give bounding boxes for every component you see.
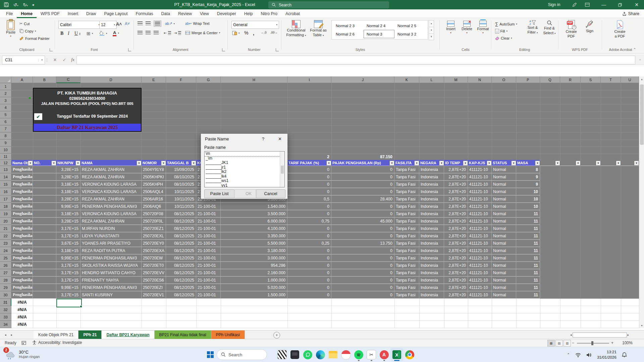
normal-view-button[interactable]: ▦ [547, 340, 555, 347]
cell-I13[interactable]: 0 [287, 166, 331, 173]
cell-N16[interactable]: 411121-10 [468, 188, 492, 195]
filter-icon[interactable]: ▼ [634, 161, 639, 166]
confirm-entry-icon[interactable]: ✓ [60, 56, 68, 64]
cell-E16[interactable]: 2506AIQL4 [142, 188, 166, 195]
percent-style-button[interactable]: % [244, 30, 248, 36]
font-dialog-launcher[interactable] [128, 48, 131, 51]
cell-J27[interactable]: 0 [331, 269, 394, 277]
column-letter-B[interactable]: B [33, 76, 56, 83]
filter-icon[interactable]: ▼ [389, 161, 394, 166]
cell-D20[interactable]: REZA AKMAL ZAHRAN [80, 218, 142, 225]
cell-G23[interactable]: 21-100-01 [196, 240, 221, 247]
cell-H19[interactable]: 3.500.000 [221, 210, 287, 218]
vertical-scrollbar[interactable]: ▲ ▼ [639, 76, 644, 328]
align-right-button[interactable] [154, 31, 159, 35]
cell-I23[interactable]: 0,25 [287, 240, 331, 247]
taskbar-icon-excel[interactable]: X [390, 348, 403, 361]
row-number-26[interactable]: 26 [0, 262, 11, 269]
cell-P24[interactable]: 11 [516, 247, 540, 254]
row-number-15[interactable]: 15 [0, 181, 11, 188]
cell-M26[interactable]: 2,87E+20 [444, 262, 468, 269]
filter-icon[interactable]: ▼ [576, 161, 581, 166]
cell-M23[interactable]: 2,87E+20 [444, 240, 468, 247]
cell-F27[interactable]: 08/12/2025 [166, 269, 196, 277]
cell-L15[interactable]: Indonesia [419, 181, 444, 188]
zoom-slider-thumb[interactable] [591, 341, 593, 345]
paste-name-item[interactable]: \m [205, 152, 280, 156]
filter-icon[interactable]: ▼ [51, 161, 56, 166]
sheet-tab-kode-objek-pph-21[interactable]: Kode Objek PPh 21 [34, 330, 78, 339]
cell-B29[interactable] [33, 284, 56, 291]
menu-tab-review[interactable]: Review [174, 9, 196, 18]
styles-gallery-scroll[interactable]: ▴ ▾ ▾̱ [429, 20, 434, 40]
cell-D22[interactable]: LIDYA YUNASTANTI [80, 232, 142, 240]
dialog-close-icon[interactable]: ✕ [278, 136, 282, 141]
cell-A29[interactable]: Penghasilan yang diter [11, 284, 33, 291]
taskbar-icon-spotify[interactable] [352, 348, 365, 361]
column-letter-G[interactable]: G [196, 76, 221, 83]
cell-N23[interactable]: 411121-10 [468, 240, 492, 247]
column-header-I[interactable]: TARIF PAJAK (%) [287, 160, 331, 166]
ribbon-display-icon[interactable] [581, 0, 593, 9]
taskbar-icon-anydesk[interactable]: A [378, 348, 390, 361]
filter-icon[interactable]: ▼ [191, 161, 196, 166]
cell-M14[interactable]: 2,87E+20 [444, 173, 468, 181]
insert-function-icon[interactable]: fx [69, 56, 76, 64]
cell-M28[interactable]: 2,87E+20 [444, 277, 468, 284]
redo-icon[interactable]: ↻▾ [23, 2, 28, 7]
taskbar-icon-whatsapp[interactable] [301, 348, 314, 361]
cell-O24[interactable]: Normal [492, 247, 516, 254]
cell-F21[interactable]: 08/12/2025 [166, 225, 196, 232]
cell-H26[interactable]: 954.286 [221, 262, 287, 269]
titlebar-search[interactable]: Search [268, 1, 389, 8]
sheet-nav-arrows[interactable]: ◂▸ [5, 330, 12, 339]
cell-F30[interactable]: 08/12/2025 [166, 291, 196, 299]
cell-A19[interactable]: Penghasilan yang diter [11, 210, 33, 218]
cell-M25[interactable]: 2,87E+20 [444, 254, 468, 262]
cell-H23[interactable]: 5.500.000 [221, 240, 287, 247]
cell-C18[interactable]: 9,99E+15 [56, 203, 80, 210]
cell-C27[interactable]: 3,17E+15 [56, 269, 80, 277]
align-top-button[interactable] [138, 21, 143, 25]
cell-E20[interactable]: 250720F0L [142, 218, 166, 225]
cell-C26[interactable]: 3,17E+15 [56, 262, 80, 269]
row-number-17[interactable]: 17 [0, 195, 11, 203]
cell-H18[interactable]: 1.540.000 [221, 203, 287, 210]
row-number-5[interactable]: 5 [0, 111, 11, 118]
paste-name-item[interactable]: _______JK1 [205, 161, 280, 165]
sign-in-button[interactable]: Sign in [543, 0, 565, 9]
cell-B24[interactable] [33, 247, 56, 254]
font-family-select[interactable]: Calibri▾ [58, 21, 101, 29]
delete-cells-button[interactable]: ✕ Delete▾ [460, 21, 474, 35]
name-box-dropdown-icon[interactable]: ▾ [38, 59, 45, 61]
notification-bell-icon[interactable] [622, 352, 627, 358]
row-number-33[interactable]: 33 [0, 313, 11, 321]
cell-B30[interactable] [33, 291, 56, 299]
paste-button[interactable]: Paste▾ [3, 20, 18, 38]
cell-B16[interactable] [33, 188, 56, 195]
macro-record-icon[interactable] [21, 341, 26, 345]
cell-P13[interactable]: 8 [516, 166, 540, 173]
cell-G29[interactable]: 21-100-01 [196, 284, 221, 291]
taskbar-icon-edge[interactable] [314, 348, 327, 361]
cell-E23[interactable]: 250720EY0 [142, 240, 166, 247]
find-select-button[interactable]: Find &Select ▾ [541, 20, 557, 36]
cancel-entry-icon[interactable]: ✕ [51, 56, 59, 64]
cell-D18[interactable]: PENERIMA PENGHASILAN#3 [80, 203, 142, 210]
column-letter-D[interactable]: D [80, 76, 142, 83]
column-letter-R[interactable]: R [560, 76, 581, 83]
menu-tab-draw[interactable]: Draw [82, 9, 100, 18]
cell-O30[interactable]: Normal [492, 291, 516, 299]
cell-E30[interactable]: 250720EV1 [142, 291, 166, 299]
wrap-text-button[interactable]: ab↩Wrap Text [185, 21, 210, 25]
cell-O25[interactable]: Normal [492, 254, 516, 262]
cell-A25[interactable]: Penghasilan yang diter [11, 254, 33, 262]
row-number-21[interactable]: 21 [0, 225, 11, 232]
cell-M17[interactable]: 2,87E+20 [444, 195, 468, 203]
cell-F23[interactable]: 08/12/2025 [166, 240, 196, 247]
sheet-tab-pph-unifikasi[interactable]: PPh Unifikasi [211, 330, 245, 339]
wifi-icon[interactable] [575, 353, 581, 357]
cell-D25[interactable]: PENERIMA PENGHASILAN#3 [80, 254, 142, 262]
cell-N21[interactable]: 411121-10 [468, 225, 492, 232]
cell-H24[interactable]: 3.180.000 [221, 247, 287, 254]
